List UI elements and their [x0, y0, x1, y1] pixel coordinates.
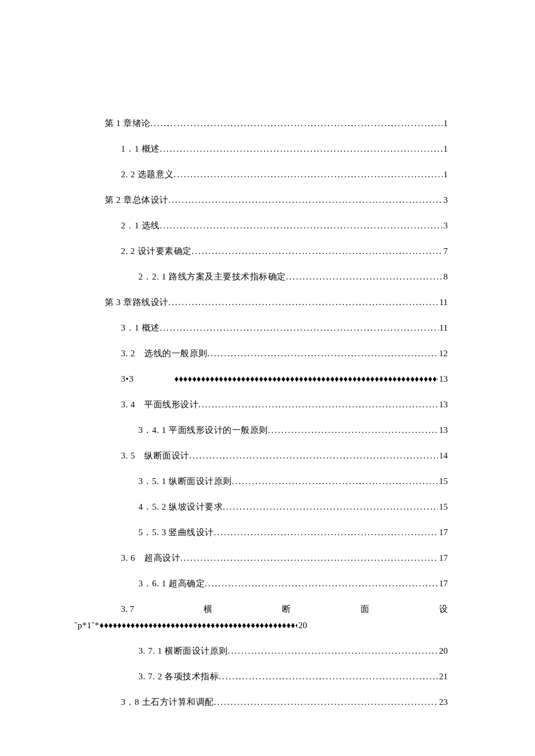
toc-page-number: 15 — [438, 474, 448, 488]
toc-entry: 2．2. 1 路线方案及主要技术指标确定8 — [138, 270, 448, 284]
toc-leader — [174, 167, 443, 181]
toc-entry: 3. 4 平面线形设计13 — [121, 397, 448, 411]
toc-entry-3-7-line1: 3. 7 横 断 面 设 — [121, 602, 448, 616]
toc-entry-char: 断 — [282, 602, 291, 616]
toc-entry-label: 第 2 章总体设计 — [105, 193, 169, 207]
toc-entry-label: 3. 6 超高设计 — [121, 551, 180, 565]
toc-leader — [198, 397, 438, 411]
toc-page-number: 23 — [438, 695, 448, 709]
toc-entry-label: 2. 2 设计要素确定 — [121, 244, 192, 258]
toc-page-number: 20 — [438, 644, 448, 658]
toc-page: 第 1 章绪论11．1 概述12. 2 选题意义1第 2 章总体设计32．1 选… — [0, 0, 535, 756]
toc-page-number: 13 — [438, 372, 448, 386]
toc-entry: 3．1 概述11 — [121, 321, 448, 335]
toc-page-number: 1 — [443, 167, 448, 181]
toc-entry: 3. 7. 2 各项技术指标21 — [138, 669, 448, 683]
toc-entry: 2. 2 选题意义1 — [121, 167, 448, 181]
toc-entry-label: 1．1 概述 — [121, 142, 160, 156]
toc-entry-label: 3•3 — [121, 372, 134, 386]
toc-page-number: 17 — [438, 525, 448, 539]
toc-entry-label: 3. 4 平面线形设计 — [121, 397, 198, 411]
toc-entry: 5．5. 3 竖曲线设计17 — [138, 525, 448, 539]
toc-entry-label: 3. 5 纵断面设计 — [121, 449, 190, 463]
toc-leader — [205, 576, 438, 590]
toc-entry-label: 2．2. 1 路线方案及主要技术指标确定 — [138, 270, 286, 284]
toc-entry-label: 2. 2 选题意义 — [121, 167, 174, 181]
toc-page-number: 17 — [438, 576, 448, 590]
toc-entry-label: 4．5. 2 纵坡设计要求 — [138, 500, 223, 514]
toc-page-number: 13 — [438, 397, 448, 411]
toc-entry-label: 3．4. 1 平面线形设计的一般原则 — [138, 423, 268, 437]
toc-entry-hang-prefix: ˆp*1ˆ* — [74, 618, 99, 632]
toc-entry-3-7-line2: ˆp*1ˆ* 20 — [74, 618, 448, 632]
toc-leader — [174, 372, 438, 386]
toc-entry-num: 3. 7 — [121, 602, 134, 616]
toc-entry: 3．8 土石方计算和调配23 — [121, 695, 448, 709]
toc-page-number: 1 — [443, 142, 448, 156]
toc-leader — [228, 644, 438, 658]
toc-entry: 3．5. 1 纵断面设计原则15 — [138, 474, 448, 488]
toc-leader — [208, 346, 438, 360]
toc-entry: 第 1 章绪论1 — [105, 116, 448, 130]
toc-entry: 3•313 — [121, 372, 448, 386]
toc-leader — [214, 525, 438, 539]
toc-leader — [151, 116, 443, 130]
toc-entry: 2. 2 设计要素确定7 — [121, 244, 448, 258]
toc-leader — [160, 321, 438, 335]
toc-entry: 3．4. 1 平面线形设计的一般原则13 — [138, 423, 448, 437]
toc-page-number: 13 — [438, 423, 448, 437]
toc-entry-label: 第 1 章绪论 — [105, 116, 151, 130]
toc-leader — [169, 193, 443, 207]
toc-entry: 3. 7. 1 横断面设计原则20 — [138, 644, 448, 658]
toc-entry-char: 横 — [204, 602, 212, 616]
toc-entry-label: 3. 7. 1 横断面设计原则 — [138, 644, 228, 658]
toc-entry-char: 面 — [361, 602, 369, 616]
toc-page-number: 11 — [438, 321, 448, 335]
toc-entry-label: 3．8 土石方计算和调配 — [121, 695, 214, 709]
toc-leader — [160, 142, 443, 156]
toc-page-number: 1 — [443, 116, 448, 130]
toc-page-number: 14 — [438, 449, 448, 463]
toc-entry: 第 3 章路线设计11 — [105, 295, 448, 309]
toc-entry-label: 3．6. 1 超高确定 — [138, 576, 205, 590]
toc-leader — [190, 449, 438, 463]
toc-entry: 3. 6 超高设计17 — [121, 551, 448, 565]
toc-page-number: 20 — [297, 618, 307, 632]
toc-page-number: 3 — [443, 193, 448, 207]
toc-leader — [219, 669, 438, 683]
toc-page-number: 3 — [443, 218, 448, 232]
toc-leader — [160, 218, 443, 232]
toc-leader — [192, 244, 443, 258]
toc-leader — [232, 474, 438, 488]
toc-leader — [180, 551, 438, 565]
toc-entry-char: 设 — [439, 602, 448, 616]
toc-entry: 1．1 概述1 — [121, 142, 448, 156]
toc-entry-label: 3. 2 选线的一般原则 — [121, 346, 208, 360]
toc-page-number: 7 — [443, 244, 448, 258]
toc-page-number: 11 — [438, 295, 448, 309]
toc-entry: 2．1 选线3 — [121, 218, 448, 232]
toc-entry: 4．5. 2 纵坡设计要求15 — [138, 500, 448, 514]
toc-leader — [99, 618, 297, 632]
toc-leader — [286, 270, 443, 284]
toc-page-number: 12 — [438, 346, 448, 360]
toc-page-number: 15 — [438, 500, 448, 514]
toc-leader — [268, 423, 438, 437]
toc-entry: 3．6. 1 超高确定17 — [138, 576, 448, 590]
toc-page-number: 21 — [438, 669, 448, 683]
toc-entry-label: 2．1 选线 — [121, 218, 160, 232]
toc-entry: 3. 5 纵断面设计14 — [121, 449, 448, 463]
toc-leader — [223, 500, 438, 514]
toc-page-number: 8 — [443, 270, 448, 284]
toc-entry-label: 第 3 章路线设计 — [105, 295, 169, 309]
toc-page-number: 17 — [438, 551, 448, 565]
toc-leader — [169, 295, 438, 309]
toc-entry-label: 3. 7. 2 各项技术指标 — [138, 669, 219, 683]
toc-entry-label: 5．5. 3 竖曲线设计 — [138, 525, 214, 539]
toc-entry: 第 2 章总体设计3 — [105, 193, 448, 207]
toc-entry: 3. 2 选线的一般原则12 — [121, 346, 448, 360]
toc-entry-label: 3．1 概述 — [121, 321, 160, 335]
toc-leader — [214, 695, 438, 709]
toc-entry-label: 3．5. 1 纵断面设计原则 — [138, 474, 232, 488]
